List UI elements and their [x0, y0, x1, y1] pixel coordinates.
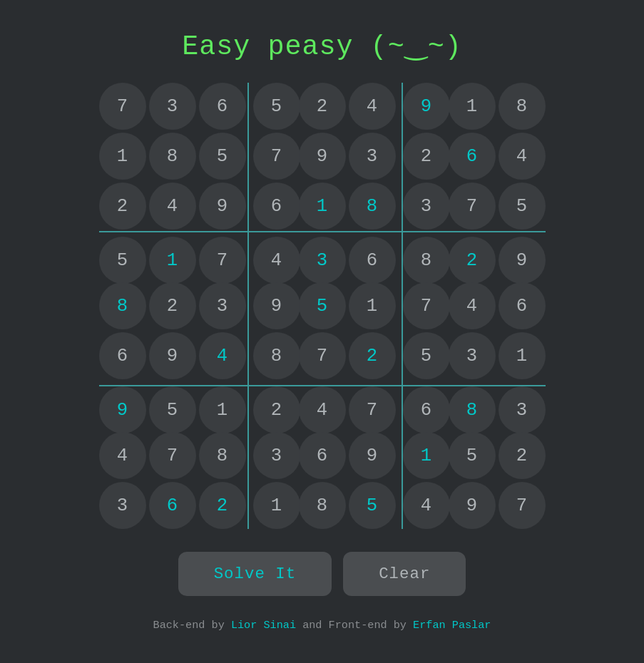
cell-1-5[interactable]: 3	[349, 133, 396, 180]
cell-7-3[interactable]: 3	[253, 432, 300, 479]
cell-8-8[interactable]: 7	[499, 482, 546, 529]
cell-0-1[interactable]: 3	[149, 83, 196, 130]
cell-2-0[interactable]: 2	[99, 183, 146, 230]
cell-5-8[interactable]: 1	[499, 332, 546, 379]
cell-5-0[interactable]: 6	[99, 332, 146, 379]
cell-8-4[interactable]: 8	[299, 482, 346, 529]
solve-button[interactable]: Solve It	[178, 552, 332, 596]
cell-5-4[interactable]: 7	[299, 332, 346, 379]
sudoku-board: 7365249181857932642496183755174368298239…	[96, 80, 548, 532]
cell-4-2[interactable]: 3	[199, 282, 246, 329]
cell-0-8[interactable]: 8	[499, 83, 546, 130]
cell-5-2[interactable]: 4	[199, 332, 246, 379]
cell-8-3[interactable]: 1	[253, 482, 300, 529]
cell-0-6[interactable]: 9	[403, 83, 450, 130]
cell-8-0[interactable]: 3	[99, 482, 146, 529]
cell-6-3[interactable]: 2	[253, 386, 300, 433]
cell-4-7[interactable]: 4	[449, 282, 496, 329]
cell-5-6[interactable]: 5	[403, 332, 450, 379]
cell-2-3[interactable]: 6	[253, 183, 300, 230]
cell-2-5[interactable]: 8	[349, 183, 396, 230]
cell-2-7[interactable]: 7	[449, 183, 496, 230]
cell-3-1[interactable]: 1	[149, 237, 196, 284]
cell-0-5[interactable]: 4	[349, 83, 396, 130]
cell-7-5[interactable]: 9	[349, 432, 396, 479]
cell-5-7[interactable]: 3	[449, 332, 496, 379]
cell-7-6[interactable]: 1	[403, 432, 450, 479]
cell-0-3[interactable]: 5	[253, 83, 300, 130]
cell-4-8[interactable]: 6	[499, 282, 546, 329]
cell-3-4[interactable]: 3	[299, 237, 346, 284]
cell-1-3[interactable]: 7	[253, 133, 300, 180]
cell-3-6[interactable]: 8	[403, 237, 450, 284]
cell-3-5[interactable]: 6	[349, 237, 396, 284]
cell-0-4[interactable]: 2	[299, 83, 346, 130]
cell-4-6[interactable]: 7	[403, 282, 450, 329]
cell-2-4[interactable]: 1	[299, 183, 346, 230]
cell-1-1[interactable]: 8	[149, 133, 196, 180]
cell-2-2[interactable]: 9	[199, 183, 246, 230]
cell-0-2[interactable]: 6	[199, 83, 246, 130]
cell-6-8[interactable]: 3	[499, 386, 546, 433]
sudoku-grid: 7365249181857932642496183755174368298239…	[99, 83, 546, 529]
cell-7-8[interactable]: 2	[499, 432, 546, 479]
cell-4-1[interactable]: 2	[149, 282, 196, 329]
cell-0-0[interactable]: 7	[99, 83, 146, 130]
cell-5-5[interactable]: 2	[349, 332, 396, 379]
cell-2-8[interactable]: 5	[499, 183, 546, 230]
cell-7-4[interactable]: 6	[299, 432, 346, 479]
cell-3-7[interactable]: 2	[449, 237, 496, 284]
cell-8-6[interactable]: 4	[403, 482, 450, 529]
cell-0-7[interactable]: 1	[449, 83, 496, 130]
cell-5-3[interactable]: 8	[253, 332, 300, 379]
cell-6-6[interactable]: 6	[403, 386, 450, 433]
footer-prefix: Back-end by	[153, 619, 231, 632]
page-title: Easy peasy (~‿~)	[182, 29, 462, 63]
cell-1-4[interactable]: 9	[299, 133, 346, 180]
footer: Back-end by Lior Sinai and Front-end by …	[153, 619, 491, 632]
cell-6-4[interactable]: 4	[299, 386, 346, 433]
cell-6-1[interactable]: 5	[149, 386, 196, 433]
cell-2-1[interactable]: 4	[149, 183, 196, 230]
cell-4-3[interactable]: 9	[253, 282, 300, 329]
cell-1-2[interactable]: 5	[199, 133, 246, 180]
footer-author2: Erfan Paslar	[413, 619, 491, 632]
cell-7-2[interactable]: 8	[199, 432, 246, 479]
cell-1-6[interactable]: 2	[403, 133, 450, 180]
cell-6-2[interactable]: 1	[199, 386, 246, 433]
cell-4-4[interactable]: 5	[299, 282, 346, 329]
cell-5-1[interactable]: 9	[149, 332, 196, 379]
cell-4-5[interactable]: 1	[349, 282, 396, 329]
footer-middle: and Front-end by	[296, 619, 413, 632]
cell-6-5[interactable]: 7	[349, 386, 396, 433]
cell-3-0[interactable]: 5	[99, 237, 146, 284]
cell-7-7[interactable]: 5	[449, 432, 496, 479]
cell-6-7[interactable]: 8	[449, 386, 496, 433]
cell-1-8[interactable]: 4	[499, 133, 546, 180]
cell-8-2[interactable]: 2	[199, 482, 246, 529]
action-buttons: Solve It Clear	[178, 552, 466, 596]
cell-4-0[interactable]: 8	[99, 282, 146, 329]
footer-author1: Lior Sinai	[231, 619, 296, 632]
cell-3-2[interactable]: 7	[199, 237, 246, 284]
cell-8-7[interactable]: 9	[449, 482, 496, 529]
cell-8-5[interactable]: 5	[349, 482, 396, 529]
cell-8-1[interactable]: 6	[149, 482, 196, 529]
cell-1-7[interactable]: 6	[449, 133, 496, 180]
cell-7-0[interactable]: 4	[99, 432, 146, 479]
clear-button[interactable]: Clear	[343, 552, 466, 596]
cell-3-3[interactable]: 4	[253, 237, 300, 284]
cell-1-0[interactable]: 1	[99, 133, 146, 180]
cell-7-1[interactable]: 7	[149, 432, 196, 479]
cell-6-0[interactable]: 9	[99, 386, 146, 433]
cell-3-8[interactable]: 9	[499, 237, 546, 284]
cell-2-6[interactable]: 3	[403, 183, 450, 230]
